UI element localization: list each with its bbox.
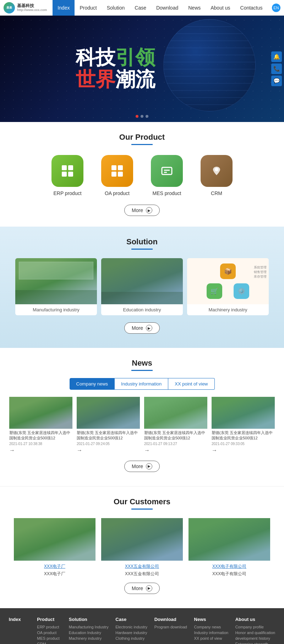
footer-about-honor[interactable]: Honor and qualification [235,631,275,635]
tab-company-news[interactable]: Company news [70,378,115,390]
customer-1-link[interactable]: XXX电子厂 [14,564,95,570]
footer-col-download-title[interactable]: Download [154,617,187,622]
language-toggle[interactable]: EN [272,4,280,12]
oa-icon [101,155,133,187]
footer-col-news-title[interactable]: News [194,617,229,622]
nav-item-download[interactable]: Download [151,0,183,16]
solution-title: Solution [4,237,280,246]
news-card-1[interactable]: 塑德(东莞 五全家居连续四年入选中国制造业民营企业500强12 2021-01-… [9,397,72,454]
svg-rect-2 [62,172,67,177]
news-date-1: 2021-01-27 10:38:38 [9,442,72,446]
svg-rect-8 [162,167,172,174]
product-oa[interactable]: OA product [101,155,133,196]
nav-item-index[interactable]: Index [53,0,75,16]
news-thumb-4 [212,397,275,429]
footer-col-product-title[interactable]: Product [37,617,62,622]
customer-3-link[interactable]: XXX电子有限公司 [189,564,270,570]
footer-about-profile[interactable]: Company profile [235,625,275,629]
customer-3-name: XXX电子有限公司 [189,571,270,577]
customers-title: Our Customers [7,497,277,506]
customer-1[interactable]: XXX电子厂 XXX电子厂 [14,518,95,577]
bell-button[interactable]: 🔔 [271,51,282,62]
footer-news-pov[interactable]: XX point of view [194,636,229,640]
logo-text: 基基科技 http://www.xxx.com [17,3,47,12]
solution-manufacturing[interactable]: Manufacturing industry [15,258,97,315]
footer-nav: Index Product ERP product OA product MES… [0,608,284,644]
customer-2-name: XXX五金有限公司 [101,571,183,577]
news-thumb-2 [77,397,140,429]
footer-col-solution-title[interactable]: Solution [69,617,109,622]
logo-icon: 基基 [4,2,15,13]
customers-more-wrap: More ▶ [7,583,277,594]
footer-col-index-title[interactable]: Index [9,617,30,622]
navbar: 基基 基基科技 http://www.xxx.com Index Product… [0,0,284,16]
footer-about-strength[interactable]: Enterprise strength [235,642,275,644]
mes-label: MES product [153,190,181,196]
footer-col-case: Case Electronic industry Hardware indust… [115,617,147,644]
footer-download-prog[interactable]: Program download [154,625,187,629]
news-card-4[interactable]: 塑德(东莞 五全家居连续四年入选中国制造业民营企业500强12 2021-01-… [212,397,275,454]
solution-machinery[interactable]: 📦 🛒 ⚙️ 系统管理销售管理库存管理 Machinery industry [187,258,269,315]
products-more-wrap: More ▶ [7,205,277,216]
product-mes[interactable]: MES product [151,155,183,196]
news-arrow-2: → [77,447,140,454]
nav-item-solution[interactable]: Solution [102,0,130,16]
nav-item-news[interactable]: News [183,0,206,16]
footer-case-elec[interactable]: Electronic industry [115,625,147,629]
news-text-2: 塑德(东莞 五全家居连续四年入选中国制造业民营企业500强12 [77,430,140,441]
tab-industry-info[interactable]: Industry information [115,378,168,390]
more-circle-icon: ▶ [146,207,152,213]
customer-2[interactable]: XXX五金有限公司 XXX五金有限公司 [101,518,183,577]
solution-more-wrap: More ▶ [4,322,280,334]
hero-globe-lines [163,19,256,111]
product-erp[interactable]: ERP product [51,155,83,196]
footer-product-erp[interactable]: ERP product [37,625,62,629]
news-arrow-4: → [212,447,275,454]
footer-col-case-title[interactable]: Case [115,617,147,622]
footer-product-mes[interactable]: MES product [37,636,62,640]
solution-section: Solution Manufacturing industry Educatio… [0,227,284,348]
footer-case-hw[interactable]: Hardware industry [115,631,147,635]
chat-button[interactable]: 💬 [271,76,282,86]
nav-item-contactus[interactable]: Contactus [235,0,268,16]
product-crm[interactable]: CRM [201,155,233,196]
nav-item-case[interactable]: Case [130,0,151,16]
news-card-3[interactable]: 塑德(东莞 五全家居连续四年入选中国制造业民营企业500强12 2021-01-… [144,397,207,454]
footer-news-company[interactable]: Company news [194,625,229,629]
footer-col-solution: Solution Manufacturing Industry Educatio… [69,617,109,644]
nav-item-aboutus[interactable]: About us [206,0,235,16]
hero-banner: 科技引领 世界潮流 🔔 📞 💬 [0,16,284,122]
phone-button[interactable]: 📞 [271,63,282,74]
footer-about-history[interactable]: development history [235,636,275,640]
solution-more-button[interactable]: More ▶ [124,322,160,334]
hero-dot-3[interactable] [146,115,148,118]
news-more-button[interactable]: More ▶ [124,461,160,472]
customer-2-image [101,518,183,561]
footer-solution-edu[interactable]: Education Industry [69,631,109,635]
solution-education[interactable]: Education industry [101,258,183,315]
nav-item-product[interactable]: Product [75,0,102,16]
svg-point-11 [215,168,218,171]
customers-grid: XXX电子厂 XXX电子厂 XXX五金有限公司 XXX五金有限公司 XXX电子有… [7,518,277,577]
svg-rect-3 [68,172,73,177]
footer-solution-mfg[interactable]: Manufacturing Industry [69,625,109,629]
products-more-button[interactable]: More ▶ [124,205,160,216]
news-thumb-1 [9,397,72,429]
hero-dot-2[interactable] [141,115,143,118]
hero-dot-1[interactable] [136,115,138,118]
footer-col-aboutus-title[interactable]: About us [235,617,275,622]
footer-product-oa[interactable]: OA product [37,631,62,635]
news-text-1: 塑德(东莞 五全家居连续四年入选中国制造业民营企业500强12 [9,430,72,441]
footer-solution-mach[interactable]: Machinery industry [69,636,109,640]
logo[interactable]: 基基 基基科技 http://www.xxx.com [4,2,47,13]
footer-case-cloth[interactable]: Clothing industry [115,636,147,640]
footer-news-industry[interactable]: Industry information [194,631,229,635]
tab-point-of-view[interactable]: XX point of view [168,378,214,390]
customer-3[interactable]: XXX电子有限公司 XXX电子有限公司 [189,518,270,577]
manufacturing-label: Manufacturing industry [15,304,97,315]
customer-2-link[interactable]: XXX五金有限公司 [101,564,183,570]
footer-product-crm[interactable]: CRM [37,642,62,644]
customers-more-button[interactable]: More ▶ [124,583,160,594]
news-card-2[interactable]: 塑德(东莞 五全家居连续四年入选中国制造业民营企业500强12 2021-01-… [77,397,140,454]
erp-label: ERP product [53,190,81,196]
